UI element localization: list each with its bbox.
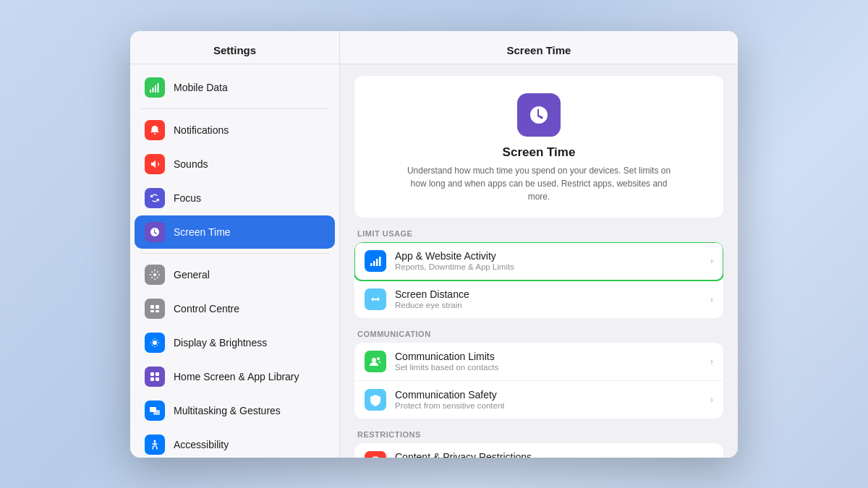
sidebar-item-home-screen[interactable]: Home Screen & App Library	[135, 360, 335, 393]
svg-rect-15	[153, 410, 160, 415]
content-privacy-chevron: ›	[710, 456, 713, 458]
notifications-icon	[145, 120, 165, 140]
svg-point-4	[153, 273, 156, 276]
app-website-activity-icon	[365, 250, 386, 272]
content-privacy-icon	[365, 451, 386, 458]
svg-rect-0	[150, 90, 151, 93]
general-label: General	[174, 269, 210, 281]
home-screen-icon	[145, 367, 165, 387]
accessibility-label: Accessibility	[174, 439, 229, 450]
screen-distance-icon	[365, 288, 386, 310]
communication-safety-chevron: ›	[710, 394, 713, 405]
display-brightness-label: Display & Brightness	[174, 337, 267, 348]
divider-1	[140, 108, 329, 109]
svg-rect-10	[150, 372, 154, 376]
svg-rect-7	[150, 310, 154, 312]
sidebar-item-multitasking[interactable]: Multitasking & Gestures	[135, 394, 335, 427]
sidebar-item-display-brightness[interactable]: Display & Brightness	[135, 326, 335, 359]
svg-point-28	[370, 457, 380, 458]
display-brightness-icon	[145, 333, 165, 353]
sounds-icon	[145, 154, 165, 174]
sidebar-item-control-centre[interactable]: Control Centre	[135, 292, 335, 325]
svg-rect-8	[156, 310, 159, 312]
main-title: Screen Time	[340, 31, 738, 64]
notifications-label: Notifications	[174, 124, 229, 136]
communication-safety-title: Communication Safety	[395, 389, 702, 401]
svg-point-9	[153, 341, 157, 345]
row-communication-limits[interactable]: Communication Limits Set limits based on…	[354, 343, 723, 381]
row-content-privacy[interactable]: Content & Privacy Restrictions Block ina…	[354, 443, 723, 458]
svg-rect-22	[370, 263, 373, 266]
screen-distance-title: Screen Distance	[395, 288, 702, 300]
sidebar-item-focus[interactable]: Focus	[135, 181, 335, 215]
svg-rect-5	[150, 305, 154, 309]
row-communication-safety[interactable]: Communication Safety Protect from sensit…	[354, 381, 723, 419]
row-app-website-activity[interactable]: App & Website Activity Reports, Downtime…	[354, 242, 723, 281]
sidebar-title: Settings	[130, 31, 339, 64]
divider-2	[140, 253, 329, 254]
screen-time-label: Screen Time	[174, 226, 231, 238]
section-limit-usage: App & Website Activity Reports, Downtime…	[354, 242, 723, 318]
sounds-label: Sounds	[174, 158, 208, 170]
content-privacy-text: Content & Privacy Restrictions Block ina…	[395, 451, 702, 458]
svg-rect-12	[150, 377, 154, 381]
svg-rect-2	[155, 85, 156, 93]
svg-point-27	[377, 357, 380, 360]
sidebar-item-accessibility[interactable]: Accessibility	[135, 428, 335, 458]
settings-window: Settings Mobile Data	[130, 31, 738, 458]
svg-rect-3	[158, 83, 159, 93]
control-centre-icon	[145, 299, 165, 319]
hero-icon	[517, 93, 561, 137]
sidebar-item-mobile-data[interactable]: Mobile Data	[135, 71, 335, 104]
communication-safety-text: Communication Safety Protect from sensit…	[395, 389, 702, 410]
svg-rect-6	[156, 305, 159, 309]
svg-point-16	[154, 440, 156, 442]
sidebar-list: Mobile Data Notifications Sounds	[130, 64, 339, 458]
control-centre-label: Control Centre	[174, 303, 239, 314]
content-privacy-title: Content & Privacy Restrictions	[395, 451, 702, 458]
screen-distance-text: Screen Distance Reduce eye strain	[395, 288, 702, 309]
focus-icon	[145, 188, 165, 208]
multitasking-icon	[145, 401, 165, 421]
mobile-data-label: Mobile Data	[174, 82, 228, 93]
focus-label: Focus	[174, 192, 201, 204]
section-label-communication: COMMUNICATION	[354, 330, 723, 343]
main-content: Screen Time Understand how much time you…	[340, 64, 738, 458]
svg-rect-1	[153, 87, 154, 93]
screen-distance-chevron: ›	[710, 294, 713, 304]
sidebar: Settings Mobile Data	[130, 31, 340, 458]
svg-rect-23	[373, 261, 375, 266]
hero-card: Screen Time Understand how much time you…	[354, 76, 723, 218]
home-screen-label: Home Screen & App Library	[174, 371, 299, 382]
screen-time-icon	[145, 222, 165, 242]
communication-limits-chevron: ›	[710, 356, 713, 367]
main-panel: Screen Time Screen Time Understand how m…	[340, 31, 738, 458]
section-label-restrictions: RESTRICTIONS	[354, 430, 723, 443]
section-communication: Communication Limits Set limits based on…	[354, 343, 723, 419]
communication-limits-icon	[365, 351, 386, 372]
screen-distance-subtitle: Reduce eye strain	[395, 301, 702, 309]
svg-rect-24	[376, 259, 378, 266]
communication-safety-subtitle: Protect from sensitive content	[395, 401, 702, 410]
section-restrictions: Content & Privacy Restrictions Block ina…	[354, 443, 723, 458]
multitasking-label: Multitasking & Gestures	[174, 405, 281, 416]
row-screen-distance[interactable]: Screen Distance Reduce eye strain ›	[354, 281, 723, 318]
mobile-data-icon	[145, 77, 165, 98]
hero-subtitle: Understand how much time you spend on yo…	[401, 164, 676, 203]
communication-safety-icon	[365, 389, 386, 411]
app-website-activity-title: App & Website Activity	[395, 250, 702, 262]
accessibility-icon	[145, 435, 165, 455]
communication-limits-title: Communication Limits	[395, 351, 702, 362]
communication-limits-subtitle: Set limits based on contacts	[395, 363, 702, 372]
app-website-activity-text: App & Website Activity Reports, Downtime…	[395, 250, 702, 271]
section-label-limit-usage: LIMIT USAGE	[354, 229, 723, 242]
svg-point-26	[372, 358, 376, 362]
sidebar-item-sounds[interactable]: Sounds	[135, 147, 335, 181]
general-icon	[145, 265, 165, 285]
sidebar-item-screen-time[interactable]: Screen Time	[135, 215, 335, 249]
sidebar-item-notifications[interactable]: Notifications	[135, 114, 335, 147]
sidebar-item-general[interactable]: General	[135, 258, 335, 291]
hero-title: Screen Time	[369, 145, 709, 160]
communication-limits-text: Communication Limits Set limits based on…	[395, 351, 702, 372]
svg-rect-13	[156, 377, 159, 381]
